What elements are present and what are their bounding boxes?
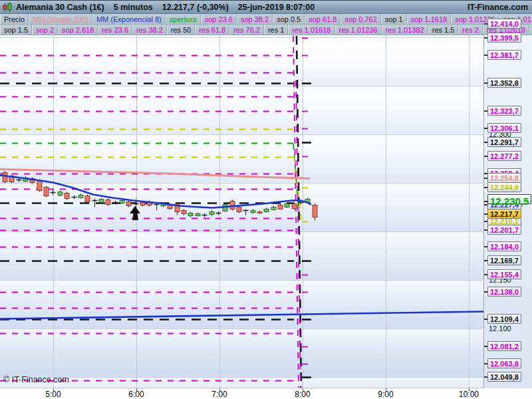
candle-body-down[interactable] bbox=[237, 207, 241, 212]
candle-body-down[interactable] bbox=[126, 202, 131, 206]
candle-body-down[interactable] bbox=[44, 188, 49, 196]
time-axis-label: 5:00 bbox=[45, 390, 61, 399]
candle-body-down[interactable] bbox=[106, 200, 110, 205]
legend-item-mm-simple-200-[interactable]: MM (Simple 200) bbox=[29, 14, 92, 25]
candlestick-logo-icon bbox=[3, 2, 13, 12]
price-level-label: 12.201,7 bbox=[487, 225, 521, 235]
trendline-blue[interactable] bbox=[0, 312, 483, 319]
legend-item-sop-1.5[interactable]: sop 1.5 bbox=[0, 25, 32, 35]
last-value-label: 12.230,5 bbox=[487, 194, 531, 204]
chart-plot-area[interactable]: © IT-Finance.com bbox=[0, 35, 484, 388]
time-axis[interactable]: 5:006:007:008:009:0010:00 bbox=[0, 388, 532, 399]
price-level-label: 12.244,9 bbox=[487, 182, 521, 192]
price-gridline-label: 12.100 bbox=[489, 325, 511, 332]
price-level-label: 12.155,4 bbox=[487, 269, 521, 279]
time-axis-label: 9:00 bbox=[378, 390, 393, 399]
price-level-label: 12.184,0 bbox=[487, 241, 521, 251]
legend-item-res-1.01618[interactable]: res 1.01618 bbox=[288, 25, 334, 35]
candle-body-up[interactable] bbox=[78, 196, 83, 198]
price-level-label: 12.291,7 bbox=[487, 137, 521, 147]
candlestick-chart[interactable] bbox=[0, 35, 484, 388]
candle-body-down[interactable] bbox=[65, 194, 69, 199]
price-level-label: 12.169,7 bbox=[487, 255, 521, 265]
price-level-label: 12.323,7 bbox=[487, 106, 521, 116]
candle-body-down[interactable] bbox=[3, 173, 7, 182]
legend-item-res-50[interactable]: res 50 bbox=[167, 25, 196, 35]
time-axis-label: 8:00 bbox=[295, 390, 310, 399]
mouse-cursor-icon bbox=[130, 206, 140, 220]
level-transition-magenta bbox=[293, 36, 299, 388]
legend-item-precio[interactable]: Precio bbox=[0, 14, 29, 25]
legend-item-apertura[interactable]: apertura bbox=[166, 14, 201, 25]
candle-body-down[interactable] bbox=[182, 211, 186, 214]
candle-body-up[interactable] bbox=[196, 214, 200, 216]
legend-row-1: PrecioMM (Simple 200)MM (Exponencial 8)a… bbox=[0, 14, 532, 25]
timeframe-label: 5 minutos bbox=[114, 3, 153, 12]
candle-body-up[interactable] bbox=[188, 213, 193, 216]
candle-body-up[interactable] bbox=[99, 200, 104, 203]
legend-item-res-1[interactable]: res 1 bbox=[264, 25, 288, 35]
legend-item-filtros[interactable]: FiltroS bbox=[529, 25, 532, 35]
candle-body-down[interactable] bbox=[278, 205, 283, 209]
legend-item-sop-38.2[interactable]: sop 38.2 bbox=[237, 14, 273, 25]
legend-row-2: sop 1.5sop 2sop 2.618res 23.6res 38.2res… bbox=[0, 25, 532, 35]
legend-item-res-61.8[interactable]: res 61.8 bbox=[195, 25, 229, 35]
price-level-label: 12.138,0 bbox=[487, 287, 521, 297]
legend-item-sop-2.618[interactable]: sop 2.618 bbox=[58, 25, 98, 35]
time-axis-label: 7:00 bbox=[211, 390, 227, 399]
price-level-label: 12.381,7 bbox=[487, 50, 521, 60]
legend-item-res-23.6[interactable]: res 23.6 bbox=[98, 25, 132, 35]
legend-item-sop-1[interactable]: sop 1 bbox=[381, 14, 407, 25]
candle-body-up[interactable] bbox=[285, 204, 289, 207]
last-price-change: 12.217,7 (-0,30%) bbox=[162, 3, 229, 12]
price-level-label: 12.277,2 bbox=[487, 151, 521, 161]
legend-item-sop-0.5[interactable]: sop 0.5 bbox=[273, 14, 305, 25]
candle-body-up[interactable] bbox=[264, 209, 269, 212]
legend-item-res-76.2[interactable]: res 76.2 bbox=[229, 25, 264, 35]
price-level-label: 12.081,2 bbox=[487, 341, 521, 351]
price-axis[interactable]: 12.30012.15012.10012.227,412.210,112.414… bbox=[484, 35, 532, 388]
watermark: © IT-Finance.com bbox=[3, 375, 69, 384]
legend-item-sop-61.8[interactable]: sop 61.8 bbox=[305, 14, 340, 25]
legend-item-res-1.01382[interactable]: res 1.01382 bbox=[382, 25, 428, 35]
current-price-label: 12.217,7 bbox=[487, 209, 521, 219]
price-level-label: 12.306,1 bbox=[487, 123, 521, 133]
title-bar: Alemania 30 Cash (1€) 5 minutos 12.217,7… bbox=[0, 1, 532, 14]
time-axis-label: 6:00 bbox=[128, 390, 144, 399]
trading-app-window: Alemania 30 Cash (1€) 5 minutos 12.217,7… bbox=[0, 0, 532, 399]
price-level-label: 12.049,8 bbox=[487, 372, 521, 382]
candle-body-up[interactable] bbox=[271, 207, 276, 210]
legend-item-sop-1.1618[interactable]: sop 1.1618 bbox=[407, 14, 451, 25]
legend-item-sop-0.762[interactable]: sop 0.762 bbox=[340, 14, 380, 25]
brand-label: IT-Finance.com bbox=[467, 3, 528, 12]
legend-item-res-38.2[interactable]: res 38.2 bbox=[132, 25, 167, 35]
candle-body-down[interactable] bbox=[257, 212, 262, 213]
candle-body-down[interactable] bbox=[292, 204, 297, 209]
candle-body-down[interactable] bbox=[37, 181, 42, 191]
candle-body-down[interactable] bbox=[230, 201, 235, 209]
price-level-label: 12.063,8 bbox=[487, 358, 521, 368]
candle-body-up[interactable] bbox=[251, 211, 255, 213]
legend-item-sop-23.6[interactable]: sop 23.6 bbox=[201, 14, 237, 25]
price-level-label: 12.109,4 bbox=[487, 314, 521, 324]
candle-body-up[interactable] bbox=[209, 212, 214, 215]
price-level-label: 12.352,8 bbox=[487, 78, 521, 88]
time-axis-label: 10:00 bbox=[459, 390, 479, 399]
datetime-label: 25-jun-2019 8:07:00 bbox=[238, 3, 315, 12]
legend-item-sop-2[interactable]: sop 2 bbox=[32, 25, 58, 35]
price-level-label: 12.414,0 bbox=[487, 19, 521, 29]
axis-corner bbox=[484, 388, 532, 399]
price-level-label: 12.399,5 bbox=[487, 33, 521, 43]
legend-item-res-1.01236[interactable]: res 1.01236 bbox=[335, 25, 382, 35]
instrument-title: Alemania 30 Cash (1€) bbox=[16, 3, 104, 12]
price-level-label: 12.254,8 bbox=[487, 173, 521, 183]
candle-body-down[interactable] bbox=[85, 196, 90, 202]
candle-body-up[interactable] bbox=[120, 201, 124, 203]
candle-body-down[interactable] bbox=[140, 203, 145, 205]
candle-body-up[interactable] bbox=[58, 192, 63, 196]
legend-item-res-1.5[interactable]: res 1.5 bbox=[428, 25, 459, 35]
legend-item-res-2[interactable]: res 2 bbox=[458, 25, 482, 35]
candle-body-down[interactable] bbox=[313, 205, 317, 217]
legend-item-mm-exponencial-8-[interactable]: MM (Exponencial 8) bbox=[92, 14, 166, 25]
